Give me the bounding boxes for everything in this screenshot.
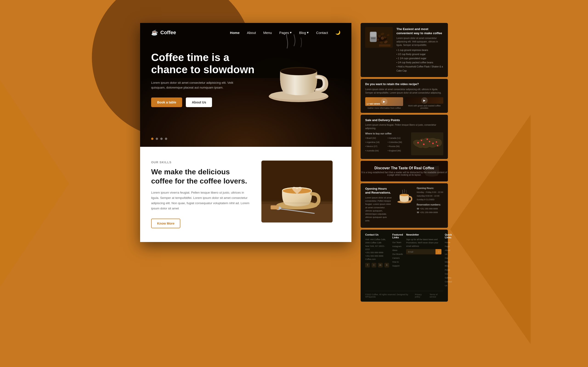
footer-quicklink-gallery[interactable]: Our Gallery	[445, 272, 452, 280]
footer-newsletter-col: Newsletter Sign up for all the latest Ne…	[406, 233, 441, 288]
book-table-button[interactable]: Book a table	[151, 98, 182, 107]
footer-quicklink-menu[interactable]: Our Menu	[445, 256, 452, 264]
hours-cup-image	[395, 187, 414, 224]
hours-title: Opening Hours and Reservations.	[365, 187, 392, 195]
svg-point-34	[421, 140, 422, 141]
svg-point-43	[400, 194, 409, 196]
footer-link-support[interactable]: How to Support	[392, 260, 403, 268]
newsletter-email-input[interactable]	[406, 249, 435, 254]
svg-point-21	[377, 39, 379, 41]
video-caption-2: Work with green and roasted coffee provi…	[405, 105, 443, 109]
recipe-description: Lorem ipsum dolor sit amet consectetur a…	[397, 36, 443, 47]
footer-copyright: ©2022 Coffee. All rights reserved. Desig…	[365, 293, 415, 298]
play-button-2[interactable]: ▶	[421, 97, 428, 104]
video-card-title: Do you want to retain the video recipe?	[365, 83, 443, 86]
svg-rect-14	[271, 206, 278, 209]
delivery-card: Sale and Delivery Points Lorem ipsum viv…	[361, 115, 448, 159]
theme-toggle-button[interactable]: 🌙	[335, 30, 340, 35]
right-panel: The Easiest and most convenient way to m…	[361, 23, 448, 302]
recipe-item-2: • 1/2 cup finely ground sugar	[397, 52, 443, 56]
svg-rect-23	[370, 32, 376, 37]
newsletter-submit-button[interactable]: →	[435, 249, 441, 254]
footer-newsletter-title: Newsletter	[406, 233, 441, 236]
recipe-item-5: • Hold a Household Coffee Flask / Shaker…	[397, 65, 443, 73]
svg-point-32	[417, 142, 419, 144]
hero-buttons: Book a table About Us	[151, 98, 340, 107]
nav-contact[interactable]: Contact	[316, 31, 328, 35]
location-mexico: • Mexico (27)	[365, 144, 385, 148]
know-more-button[interactable]: Know More	[151, 219, 180, 228]
nav-about[interactable]: About	[247, 31, 256, 35]
video-thumbnail-1[interactable]: ▶ 1.7 Mil VIEWS	[365, 97, 403, 106]
video-views: 1.7 Mil VIEWS	[367, 103, 380, 105]
footer-terms-link[interactable]: Terms of service	[430, 293, 443, 298]
footer-columns: Contact Us Visit: 444 Coffee Cafe, 2000 …	[365, 233, 443, 288]
hero-dots	[151, 138, 167, 140]
skills-description: Lorem ipsum viverra feugiat. Pellen tesq…	[151, 190, 252, 211]
footer-link-team[interactable]: Our Team	[392, 241, 403, 244]
skills-heading: We make the delicious coffee for the cof…	[151, 167, 252, 186]
twitter-icon[interactable]: t	[372, 263, 376, 267]
linkedin-icon[interactable]: li	[384, 263, 389, 267]
svg-point-36	[432, 143, 434, 144]
location-england: • England (86)	[388, 149, 408, 152]
hero-content: Coffee time is a chance to slowdown Lore…	[140, 42, 351, 125]
discover-subtitle: It is a long established fact that a rea…	[361, 171, 448, 176]
about-us-button[interactable]: About Us	[186, 98, 212, 107]
hours-right: Opening Hours: Monday - Friday 9:00 - 22…	[417, 187, 443, 224]
opening-hours-label: Opening Hours:	[417, 187, 443, 190]
footer-quicklink-home[interactable]: Home Page	[445, 241, 452, 248]
footer-privacy-link[interactable]: Privacy policy	[415, 293, 426, 298]
footer-social-icons: f t in li	[365, 263, 389, 267]
discover-title: Discover The Taste Of Real Coffee	[361, 166, 448, 170]
discover-text: Discover The Taste Of Real Coffee It is …	[361, 166, 448, 176]
recipe-item-1: • 1 cup ground espresso beans	[397, 48, 443, 52]
location-canada: • Canada (11)	[388, 136, 408, 140]
nav-links: Home About Menu Pages ▾ Blog ▾ Contact 🌙	[230, 30, 340, 35]
instagram-icon[interactable]: in	[378, 263, 383, 267]
delivery-locations: • Brazil (32) • Canada (11) • Argentina …	[365, 136, 408, 152]
delivery-content: Where to buy our coffee • Brazil (32) • …	[365, 132, 443, 155]
delivery-title: Sale and Delivery Points	[365, 118, 443, 122]
nav-home[interactable]: Home	[230, 31, 240, 35]
hero-title-bold: Coffee time	[151, 51, 208, 63]
footer-link-instagram[interactable]: Instagram Ideas	[392, 244, 403, 252]
hours-sunday: Sunday 8 CLOSED	[417, 198, 443, 201]
hours-monday-friday: Monday - Friday 9:00 - 22:00	[417, 190, 443, 194]
dot-3[interactable]	[160, 138, 163, 140]
location-argentina: • Argentina (18)	[365, 140, 385, 144]
footer-quicklink-about[interactable]: About Us	[445, 248, 452, 256]
dot-2[interactable]	[156, 138, 158, 140]
video-caption-1: Gather more information from coffee	[365, 107, 403, 109]
video-thumb-item-2: ▶ Work with green and roasted coffee pro…	[405, 97, 443, 109]
video-card: Do you want to retain the video recipe? …	[361, 79, 448, 113]
footer-link-careers[interactable]: Careers	[392, 256, 403, 260]
video-thumb-item-1: ▶ 1.7 Mil VIEWS Gather more information …	[365, 97, 403, 109]
recipe-image	[365, 27, 393, 48]
footer-newsletter-text: Sign up for all the latest News and Prom…	[406, 238, 441, 248]
dot-1[interactable]	[151, 138, 153, 140]
footer-quicklink-contact[interactable]: Contact Us	[445, 280, 452, 288]
dot-4[interactable]	[165, 138, 167, 140]
svg-point-39	[426, 139, 428, 140]
svg-point-37	[436, 141, 437, 143]
reservation-label: Reservation numbers:	[417, 203, 443, 206]
svg-point-38	[437, 145, 438, 146]
nav-pages[interactable]: Pages ▾	[279, 31, 292, 35]
footer-contact-title: Contact Us	[365, 233, 389, 236]
play-button-1[interactable]: ▶	[381, 98, 388, 105]
phone-2: ☎ +251 255-999-9999	[417, 211, 443, 214]
footer-link-brands[interactable]: Our Brands	[392, 252, 403, 256]
hero-subtitle: Lorem ipsum dolor sit amet consectetur a…	[151, 80, 243, 90]
location-brazil: • Brazil (32)	[365, 136, 385, 140]
nav-blog[interactable]: Blog ▾	[299, 31, 309, 35]
logo[interactable]: ☕ Coffee	[151, 29, 176, 36]
facebook-icon[interactable]: f	[365, 263, 370, 267]
location-australia: • Australia (54)	[365, 149, 385, 152]
video-thumbnail-2[interactable]: ▶	[405, 97, 443, 104]
footer-quicklink-blog[interactable]: Blog Posts	[445, 264, 452, 272]
nav-menu[interactable]: Menu	[263, 31, 272, 35]
recipe-card: The Easiest and most convenient way to m…	[361, 23, 448, 77]
video-card-description: Lorem ipsum dolor sit amet consectetur a…	[365, 88, 443, 94]
skills-label: Our Skills	[151, 161, 252, 164]
